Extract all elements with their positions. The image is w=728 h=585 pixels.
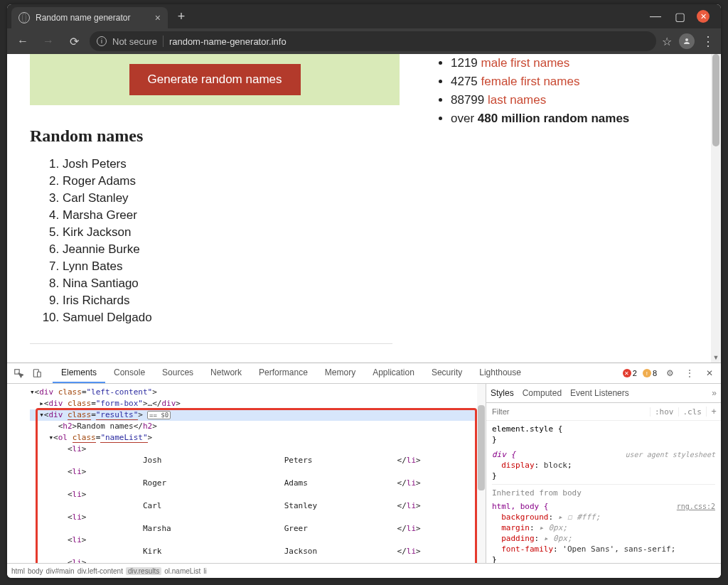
- stat-link[interactable]: male first names: [481, 56, 570, 70]
- list-item: Kirk Jackson: [63, 224, 407, 241]
- styles-tab-computed[interactable]: Computed: [523, 388, 562, 398]
- forward-button[interactable]: →: [38, 31, 58, 51]
- more-tabs-icon[interactable]: »: [712, 388, 717, 398]
- close-tab-icon[interactable]: ×: [155, 12, 161, 23]
- crumb-item[interactable]: html: [11, 567, 25, 575]
- styles-tab-event-listeners[interactable]: Event Listeners: [570, 388, 629, 398]
- stat-item: 4275 female first names: [451, 73, 707, 91]
- styles-filter-input[interactable]: [486, 407, 650, 416]
- warning-count[interactable]: !8: [643, 369, 657, 377]
- globe-icon: [18, 12, 30, 23]
- devtools-tab-memory[interactable]: Memory: [316, 363, 364, 383]
- reload-button[interactable]: ⟳: [64, 31, 84, 51]
- window-minimize-button[interactable]: —: [648, 9, 663, 23]
- devtools-settings-icon[interactable]: ⚙: [663, 366, 677, 380]
- devtools-tab-network[interactable]: Network: [202, 363, 250, 383]
- url-text: random-name-generator.info: [169, 36, 287, 47]
- list-item: Roger Adams: [63, 173, 407, 190]
- list-item: Samuel Delgado: [63, 309, 407, 326]
- hov-toggle[interactable]: :hov: [650, 407, 678, 417]
- cls-toggle[interactable]: .cls: [678, 407, 707, 417]
- devtools-tab-lighthouse[interactable]: Lighthouse: [471, 363, 530, 383]
- window-close-button[interactable]: ✕: [697, 10, 710, 23]
- devtools-tab-sources[interactable]: Sources: [154, 363, 202, 383]
- security-status: Not secure: [112, 36, 157, 47]
- stat-item: over 480 million random names: [451, 109, 707, 128]
- divider: [163, 36, 164, 47]
- stat-item: 1219 male first names: [451, 54, 707, 73]
- devtools-menu-icon[interactable]: ⋮: [682, 366, 697, 380]
- devtools-tab-application[interactable]: Application: [364, 363, 423, 383]
- list-item: Lynn Bates: [63, 258, 407, 275]
- elements-tree[interactable]: ▾<div class="left-content"> ▸<div class=…: [7, 384, 486, 563]
- svg-point-0: [685, 38, 688, 41]
- devtools-tab-security[interactable]: Security: [423, 363, 471, 383]
- list-item: Carl Stanley: [63, 190, 407, 207]
- profile-avatar-icon[interactable]: [679, 33, 695, 49]
- devtools-panel: ElementsConsoleSourcesNetworkPerformance…: [7, 363, 721, 578]
- window-maximize-button[interactable]: ▢: [673, 9, 687, 23]
- crumb-item[interactable]: div.results: [126, 567, 161, 575]
- devtools-tab-console[interactable]: Console: [105, 363, 154, 383]
- stat-link[interactable]: female first names: [481, 75, 580, 88]
- elements-scrollbar[interactable]: [477, 384, 486, 563]
- generate-button[interactable]: Generate random names: [129, 64, 301, 95]
- stats-list: 1219 male first names4275 female first n…: [435, 54, 707, 128]
- scroll-thumb[interactable]: [712, 54, 719, 146]
- devtools-close-icon[interactable]: ✕: [702, 366, 717, 380]
- stat-link[interactable]: last names: [488, 93, 546, 107]
- info-icon: i: [97, 36, 107, 46]
- separator: [30, 343, 392, 344]
- new-tab-button[interactable]: +: [172, 7, 191, 26]
- crumb-item[interactable]: div#main: [46, 567, 75, 575]
- crumb-item[interactable]: ol.nameList: [164, 567, 200, 575]
- bookmark-icon[interactable]: ☆: [662, 35, 672, 48]
- crumb-item[interactable]: li: [203, 567, 206, 575]
- crumb-item[interactable]: body: [28, 567, 43, 575]
- stat-item: 88799 last names: [451, 91, 707, 109]
- svg-rect-3: [38, 372, 41, 377]
- inspect-element-icon[interactable]: [11, 366, 26, 380]
- list-item: Josh Peters: [63, 156, 407, 173]
- device-toolbar-icon[interactable]: [30, 366, 44, 380]
- page-viewport: Generate random names Random names Josh …: [7, 54, 721, 363]
- back-button[interactable]: ←: [13, 31, 33, 51]
- error-count[interactable]: ✕2: [623, 369, 637, 377]
- browser-menu-icon[interactable]: ⋮: [702, 33, 715, 49]
- breadcrumb[interactable]: htmlbodydiv#maindiv.left-contentdiv.resu…: [7, 563, 721, 578]
- list-item: Jeannie Burke: [63, 241, 407, 258]
- generate-form: Generate random names: [30, 54, 400, 105]
- crumb-item[interactable]: div.left-content: [77, 567, 123, 575]
- tab-title: Random name generator: [36, 13, 149, 23]
- devtools-tab-performance[interactable]: Performance: [250, 363, 316, 383]
- address-bar[interactable]: i Not secure random-name-generator.info: [90, 31, 656, 51]
- styles-body[interactable]: element.style { } div {user agent styles…: [486, 421, 721, 563]
- styles-tab-styles[interactable]: Styles: [491, 388, 514, 398]
- list-item: Marsha Greer: [63, 207, 407, 224]
- new-rule-button[interactable]: +: [706, 407, 721, 417]
- name-list: Josh PetersRoger AdamsCarl StanleyMarsha…: [47, 156, 407, 326]
- page-scrollbar[interactable]: ▲ ▼: [711, 54, 721, 363]
- browser-chrome: Random name generator × + — ▢ ✕ ← → ⟳ i …: [7, 4, 721, 54]
- scroll-down-icon[interactable]: ▼: [711, 353, 721, 363]
- list-item: Iris Richards: [63, 292, 407, 309]
- results-heading: Random names: [30, 127, 407, 146]
- devtools-tab-elements[interactable]: Elements: [53, 363, 105, 383]
- list-item: Nina Santiago: [63, 275, 407, 292]
- styles-panel: StylesComputedEvent Listeners» :hov .cls…: [486, 384, 721, 563]
- browser-tab[interactable]: Random name generator ×: [11, 7, 168, 28]
